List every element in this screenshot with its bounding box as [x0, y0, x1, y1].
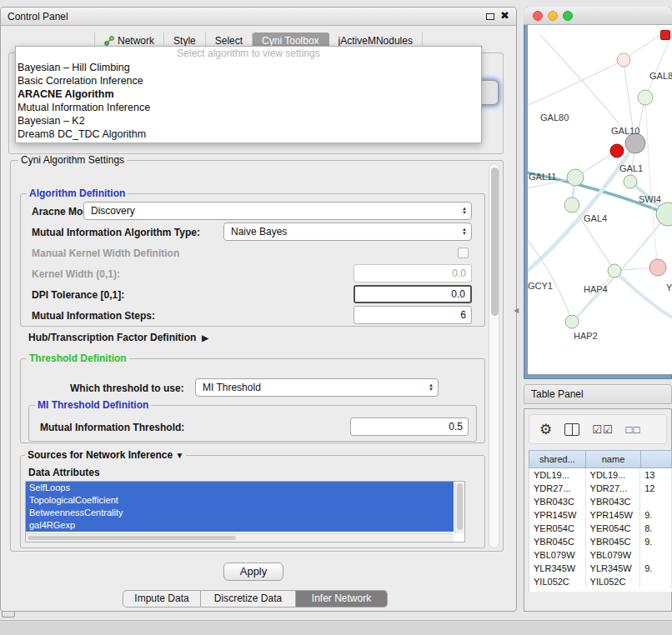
attribute-item-selected[interactable]: SelfLoops — [26, 482, 454, 494]
column-header-name[interactable]: name — [585, 450, 640, 468]
network-node[interactable] — [564, 198, 579, 212]
network-node[interactable] — [608, 264, 621, 278]
network-node[interactable] — [624, 175, 637, 188]
kernel-width-input[interactable]: 0.0 — [354, 264, 472, 282]
network-node-label: GCY1 — [528, 281, 553, 291]
network-canvas-svg[interactable]: GAL80GAL10GAL11GAL1SWI4GAL4GCY1HAP4HAP2G… — [528, 25, 672, 374]
mi-type-value: Naive Bayes — [231, 226, 287, 238]
table-row[interactable]: YER054CYER054C8. — [529, 522, 672, 535]
network-node[interactable] — [638, 90, 653, 105]
network-tab-icon — [104, 36, 114, 46]
algorithm-option[interactable]: Dream8 DC_TDC Algorithm — [16, 128, 481, 141]
panel-splitter-collapse-icon[interactable]: ◀ — [514, 307, 519, 314]
manual-kernel-checkbox[interactable] — [458, 248, 469, 258]
zoom-traffic-light-icon[interactable] — [563, 11, 573, 21]
mi-threshold-input[interactable]: 0.5 — [350, 418, 469, 436]
attribute-item-selected[interactable]: TopologicalCoefficient — [26, 494, 454, 507]
network-edge[interactable] — [645, 37, 671, 98]
window-title: Control Panel — [8, 8, 68, 26]
data-attributes-list[interactable]: SelfLoops TopologicalCoefficient Between… — [25, 481, 465, 542]
threshold-definition-title: Threshold Definition — [27, 352, 129, 364]
column-browser-icon[interactable] — [564, 423, 579, 436]
table-cell — [640, 575, 672, 588]
table-row[interactable]: YPR145WYPR145W9. — [529, 508, 672, 522]
table-cell: YBR043C — [529, 495, 586, 508]
sources-title: Sources for Network Inference — [28, 449, 173, 461]
network-node-label: GAL4 — [584, 213, 607, 223]
float-window-icon[interactable] — [486, 13, 494, 20]
network-node[interactable] — [649, 259, 666, 276]
mi-steps-input[interactable]: 6 — [354, 306, 472, 324]
algorithm-option[interactable]: Mutual Information Inference — [16, 101, 481, 114]
settings-scrollbar-thumb[interactable] — [491, 168, 499, 316]
mi-type-select[interactable]: Naive Bayes ▲▼ — [223, 222, 472, 241]
bottom-tab-infer-network[interactable]: Infer Network — [296, 590, 388, 608]
network-node-label: HAP4 — [584, 284, 608, 294]
attribute-item-selected[interactable]: gal4RGexp — [26, 519, 454, 532]
aracne-mode-select[interactable]: Discovery ▲▼ — [83, 202, 472, 220]
network-edge[interactable] — [624, 32, 665, 60]
table-cell: YBR045C — [586, 535, 641, 548]
table-body: YDL19...YDL19...13YDR27...YDR27...12YBR0… — [529, 468, 672, 592]
aracne-mode-value: Discovery — [91, 205, 135, 217]
bottom-tab-discretize-data[interactable]: Discretize Data — [201, 590, 296, 608]
dpi-tolerance-input[interactable]: 0.0 — [354, 285, 472, 303]
select-all-icon[interactable]: ☑☑ — [592, 423, 613, 436]
algorithm-option[interactable]: Bayesian – K2 — [16, 114, 481, 128]
close-window-icon[interactable]: ✖ — [500, 9, 509, 22]
network-node[interactable] — [610, 144, 624, 158]
attribute-item-selected[interactable]: BetweennessCentrality — [26, 507, 454, 519]
table-cell: 13 — [640, 468, 672, 482]
algorithm-option[interactable]: Basic Correlation Inference — [16, 74, 481, 88]
network-window-titlebar[interactable] — [524, 7, 672, 25]
sources-section-toggle[interactable]: Sources for Network Inference ▼ — [25, 449, 186, 462]
minimize-traffic-light-icon[interactable] — [548, 11, 558, 21]
network-edge[interactable] — [614, 271, 672, 318]
network-edge[interactable] — [528, 60, 624, 107]
network-node[interactable] — [567, 169, 584, 186]
deselect-all-icon[interactable]: □□ — [626, 423, 641, 436]
table-cell: YPR145W — [529, 508, 586, 522]
table-row[interactable]: YIL052CYIL052C — [529, 575, 672, 588]
algorithm-option-selected[interactable]: ARACNE Algorithm — [16, 88, 481, 101]
table-row[interactable]: YDR27...YDR27...12 — [529, 482, 672, 495]
network-node[interactable] — [565, 315, 579, 328]
network-overview-marker[interactable] — [660, 30, 670, 40]
network-node-label: GAL1 — [619, 163, 643, 173]
which-threshold-select[interactable]: MI Threshold ▲▼ — [195, 378, 439, 397]
table-row[interactable]: YBR045CYBR045C9. — [529, 535, 672, 548]
network-node-label: SWI4 — [639, 194, 661, 204]
column-header-shared-name[interactable]: shared... — [529, 450, 585, 468]
table-panel-titlebar[interactable]: Table Panel — [524, 384, 672, 404]
algorithm-definition-title: Algorithm Definition — [27, 188, 128, 199]
table-row[interactable]: YBL079WYBL079W — [529, 548, 672, 562]
algorithm-dropdown-popup: Select algorithm to view settings Bayesi… — [15, 46, 482, 143]
network-edge[interactable] — [528, 233, 572, 322]
network-node-label: GAL10 — [611, 126, 639, 136]
network-edge[interactable] — [645, 98, 658, 268]
algorithm-option[interactable]: Bayesian – Hill Climbing — [16, 61, 481, 74]
hub-tf-section-toggle[interactable]: Hub/Transcription Factor Definition ▶ — [28, 332, 208, 343]
table-cell: YDL19... — [586, 468, 641, 482]
which-threshold-value: MI Threshold — [203, 382, 261, 393]
control-panel-titlebar[interactable]: Control Panel ✖ — [1, 8, 516, 26]
table-cell: YLR345W — [529, 562, 586, 575]
bottom-tab-impute-data[interactable]: Impute Data — [123, 590, 201, 608]
settings-scrollbar[interactable] — [489, 163, 499, 548]
table-cell: YER054C — [529, 522, 586, 535]
table-cell: YER054C — [586, 522, 641, 535]
combo-arrows-icon: ▲▼ — [429, 383, 434, 392]
close-traffic-light-icon[interactable] — [533, 11, 543, 21]
table-cell: YIL052C — [586, 575, 641, 588]
table-row[interactable]: YLR345WYLR345W9. — [529, 562, 672, 575]
attributes-horizontal-scrollbar[interactable] — [26, 533, 454, 542]
network-node[interactable] — [625, 133, 645, 153]
attributes-vertical-scrollbar[interactable] — [454, 482, 464, 533]
combo-arrows-icon: ▲▼ — [462, 207, 467, 215]
gear-icon[interactable]: ⚙ — [539, 422, 552, 437]
apply-button[interactable]: Apply — [223, 562, 283, 581]
network-node[interactable] — [617, 53, 630, 67]
table-row[interactable]: YDL19...YDL19...13 — [529, 468, 672, 482]
table-row[interactable]: YBR043CYBR043C — [529, 495, 672, 508]
column-header-partial[interactable] — [640, 450, 672, 468]
